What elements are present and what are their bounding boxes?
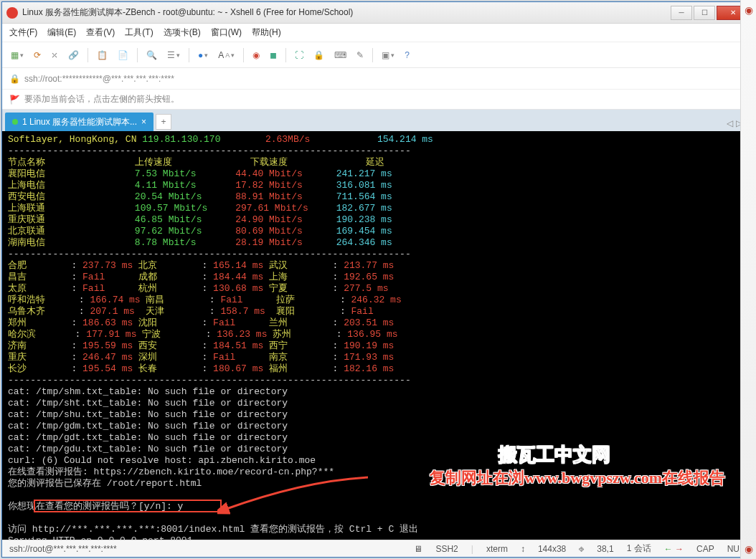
tab-label: 1 Linux 服务器性能测试脚本... — [22, 116, 137, 128]
fullscreen-button[interactable]: ⛶ — [292, 49, 306, 62]
tab-close-icon[interactable]: × — [141, 117, 146, 127]
window-title: Linux 服务器性能测试脚本-ZBench - root@ubuntu: ~ … — [22, 6, 669, 19]
annotation-url-box — [34, 500, 222, 512]
color-button[interactable]: ●▾ — [195, 49, 211, 62]
find-button[interactable]: 🔍 — [143, 49, 160, 62]
app-icon — [6, 7, 18, 19]
help-button[interactable]: ? — [402, 49, 412, 62]
separator — [189, 48, 189, 62]
reconnect-button[interactable]: ⟳ — [31, 49, 44, 62]
address-text[interactable]: ssh://root:************@***.***.***.***:… — [24, 74, 747, 84]
minimize-button[interactable]: ─ — [671, 6, 692, 20]
lock-button[interactable]: 🔒 — [311, 49, 327, 62]
lock-icon: 🔒 — [9, 74, 20, 84]
menu-tools[interactable]: 工具(T) — [125, 27, 153, 39]
status-pos-icon: ⎆ — [579, 544, 584, 554]
status-ssh-icon: 🖥 — [414, 544, 422, 554]
notice-text: 要添加当前会话，点击左侧的箭头按钮。 — [24, 93, 179, 105]
menubar: 文件(F) 编辑(E) 查看(V) 工具(T) 选项卡(B) 窗口(W) 帮助(… — [2, 24, 754, 42]
status-dot-icon — [12, 119, 18, 125]
separator — [285, 48, 286, 62]
status-size: 144x38 — [538, 544, 566, 554]
tab-bar: 1 Linux 服务器性能测试脚本... × + ◁ ▷ ▾ — [2, 110, 754, 131]
tab-prev-icon[interactable]: ◁ — [727, 118, 733, 128]
status-proto: SSH2 — [435, 544, 458, 554]
status-size-icon: ↕ — [521, 544, 525, 554]
flag-icon[interactable]: 🚩 — [9, 95, 20, 105]
separator — [88, 48, 88, 62]
toolbar: ▦▾ ⟳ ⤫ 🔗 📋 📄 🔍 ☰▾ ●▾ AA▾ ◉ ◼ ⛶ 🔒 ⌨ ✎ ▣▾ … — [2, 42, 754, 68]
properties-button[interactable]: ☰▾ — [164, 49, 183, 62]
separator — [137, 48, 138, 62]
annotation-text-2: 复制网址在浏www.bwgvpszw.com在线报告 — [430, 472, 725, 484]
status-host: ssh://root@***.***.***.***:**** — [9, 544, 117, 554]
annotation-text-1: 搬瓦工中文网 — [499, 449, 610, 461]
status-sessions: 1 会话 — [627, 543, 651, 555]
copy-button[interactable]: 📋 — [94, 49, 110, 62]
record-button[interactable]: ◉ — [250, 49, 263, 62]
terminal[interactable]: Softlayer, HongKong, CN 119.81.130.170 2… — [2, 131, 754, 540]
paste-button[interactable]: 📄 — [115, 49, 131, 62]
annotation-arrow-icon — [217, 474, 375, 517]
menu-file[interactable]: 文件(F) — [9, 27, 37, 39]
menu-view[interactable]: 查看(V) — [86, 27, 115, 39]
status-term: xterm — [486, 544, 508, 554]
separator — [243, 48, 244, 62]
menu-help[interactable]: 帮助(H) — [252, 27, 281, 39]
address-bar: 🔒 ssh://root:************@***.***.***.**… — [2, 68, 754, 90]
status-bar: ssh://root@***.***.***.***:**** 🖥 SSH2 |… — [2, 540, 754, 557]
terminal-button[interactable]: ▣▾ — [379, 49, 397, 62]
menu-window[interactable]: 窗口(W) — [211, 27, 242, 39]
menu-tabs[interactable]: 选项卡(B) — [164, 27, 201, 39]
link-button[interactable]: 🔗 — [65, 49, 82, 62]
edit-button[interactable]: ✎ — [354, 49, 367, 62]
font-button[interactable]: AA▾ — [215, 49, 237, 62]
stop-button[interactable]: ◼ — [267, 49, 280, 62]
disconnect-button[interactable]: ⤫ — [48, 49, 61, 62]
maximize-button[interactable]: ☐ — [694, 6, 715, 20]
keyboard-button[interactable]: ⌨ — [331, 49, 349, 62]
side-icon-bottom[interactable]: ◉ — [745, 543, 753, 555]
notice-bar: 🚩 要添加当前会话，点击左侧的箭头按钮。 — [2, 90, 754, 110]
new-tab-button[interactable]: + — [156, 114, 171, 130]
side-panel: ◉ ◉ — [740, 0, 756, 559]
new-session-button[interactable]: ▦▾ — [8, 49, 27, 62]
separator — [372, 48, 373, 62]
tab-session[interactable]: 1 Linux 服务器性能测试脚本... × — [5, 113, 153, 131]
side-icon-top[interactable]: ◉ — [745, 4, 753, 16]
menu-edit[interactable]: 编辑(E) — [47, 27, 76, 39]
status-cap: CAP — [696, 544, 714, 554]
titlebar: Linux 服务器性能测试脚本-ZBench - root@ubuntu: ~ … — [2, 2, 754, 24]
status-pos: 38,1 — [597, 544, 613, 554]
